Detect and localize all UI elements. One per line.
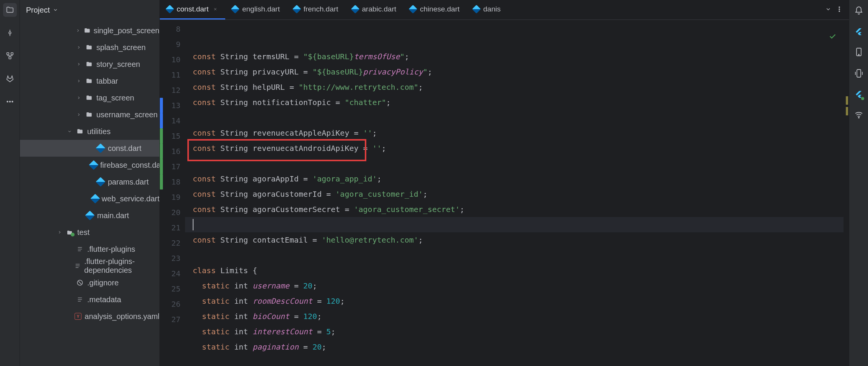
folder-icon xyxy=(76,127,84,136)
left-tool-rail xyxy=(0,0,20,366)
chevron-down-icon xyxy=(53,7,58,13)
yaml-file-icon: Y xyxy=(75,312,81,321)
close-icon[interactable] xyxy=(212,6,218,12)
editor-area: const.dartenglish.dartfrench.dartarabic.… xyxy=(160,0,849,366)
tree-item-label: analysis_options.yaml xyxy=(85,312,159,321)
project-tool-button[interactable] xyxy=(3,3,17,17)
svg-point-14 xyxy=(858,117,859,118)
tree-item--flutter-plugins[interactable]: .flutter-plugins xyxy=(20,241,159,257)
line-number: 23 xyxy=(163,251,180,266)
svg-point-5 xyxy=(9,101,10,102)
dart-file-icon xyxy=(409,5,418,14)
folder-icon xyxy=(84,26,91,35)
code-line-17: const String agoraCustomerId = 'agora_cu… xyxy=(185,186,844,202)
tree-item-analysis-options-yaml[interactable]: Yanalysis_options.yaml xyxy=(20,308,159,325)
dart-file-icon xyxy=(96,144,105,152)
tree-item-label: username_screen xyxy=(96,110,158,119)
chevron-icon xyxy=(67,280,73,286)
tree-item-firebase-const-dart[interactable]: firebase_const.dart xyxy=(20,157,159,173)
tree-item-tabbar[interactable]: tabbar xyxy=(20,73,159,89)
svg-point-9 xyxy=(839,8,840,9)
tab-label: danis xyxy=(483,5,501,13)
tree-item-label: story_screen xyxy=(96,60,140,69)
tabs-more-button[interactable] xyxy=(836,6,843,14)
chevron-icon xyxy=(57,229,63,235)
code-line-12 xyxy=(185,110,844,125)
tree-item-username-screen[interactable]: username_screen xyxy=(20,106,159,123)
gutter-change-strip xyxy=(160,20,163,366)
test-folder-icon xyxy=(66,228,74,236)
tree-item-label: utilities xyxy=(87,127,111,136)
gutter-change-marker xyxy=(160,174,163,189)
code-editor[interactable]: 89101112131415161718192021222324252627 c… xyxy=(160,20,849,366)
chevron-icon xyxy=(67,128,73,134)
tree-item-web-service-dart[interactable]: web_service.dart xyxy=(20,190,159,207)
line-number: 8 xyxy=(163,21,180,37)
gutter-change-marker xyxy=(160,128,163,144)
code-line-10: const String helpURL = "http://www.retry… xyxy=(185,79,844,95)
line-number: 10 xyxy=(163,52,180,67)
code-content[interactable]: const String termsURL = "${baseURL}terms… xyxy=(185,20,844,366)
editor-tab-const-dart[interactable]: const.dart xyxy=(160,0,225,19)
tree-item-single-post-screen[interactable]: single_post_screen xyxy=(20,22,159,39)
warning-marker[interactable] xyxy=(846,96,848,105)
project-header[interactable]: Project xyxy=(20,0,159,20)
code-line-23: static int username = 20; xyxy=(185,278,844,293)
code-line-21 xyxy=(185,248,844,263)
chevron-icon xyxy=(67,246,73,252)
flutter-inspector-button[interactable] xyxy=(854,90,863,99)
notifications-button[interactable] xyxy=(854,6,863,17)
line-number: 13 xyxy=(163,98,180,113)
gutter-change-marker xyxy=(160,159,163,174)
device-mirror-button[interactable] xyxy=(854,69,863,79)
dart-file-icon xyxy=(92,194,99,203)
editor-tab-arabic-dart[interactable]: arabic.dart xyxy=(345,0,403,19)
tree-item-utilities[interactable]: utilities xyxy=(20,123,159,140)
line-number: 19 xyxy=(163,189,180,205)
file-icon xyxy=(76,245,84,253)
device-manager-button[interactable] xyxy=(854,47,863,58)
tree-item--gitignore[interactable]: .gitignore xyxy=(20,274,159,291)
more-tool-button[interactable] xyxy=(3,95,17,109)
svg-point-4 xyxy=(7,101,8,102)
tree-item-main-dart[interactable]: main.dart xyxy=(20,207,159,224)
error-stripe[interactable] xyxy=(844,20,849,366)
tabs-dropdown-button[interactable] xyxy=(825,6,831,14)
tree-item-tag-screen[interactable]: tag_screen xyxy=(20,89,159,106)
svg-point-6 xyxy=(12,101,13,102)
tree-item-params-dart[interactable]: params.dart xyxy=(20,173,159,190)
gitlab-tool-button[interactable] xyxy=(3,72,17,86)
line-number: 11 xyxy=(163,67,180,83)
tree-item--metadata[interactable]: .metadata xyxy=(20,291,159,308)
code-line-9: const String privacyURL = "${baseURL}pri… xyxy=(185,64,844,79)
tree-item-label: single_post_screen xyxy=(94,26,159,35)
line-number: 9 xyxy=(163,37,180,52)
structure-tool-button[interactable] xyxy=(3,49,17,63)
code-line-19 xyxy=(185,217,844,232)
code-line-27: static int pagination = 20; xyxy=(185,339,844,355)
tab-label: french.dart xyxy=(304,5,338,13)
folder-icon xyxy=(85,60,93,68)
chevron-icon xyxy=(87,179,93,185)
editor-tab-danis[interactable]: danis xyxy=(467,0,507,19)
tree-item-label: main.dart xyxy=(97,211,129,220)
tree-item-const-dart[interactable]: const.dart xyxy=(20,140,159,157)
commit-tool-button[interactable] xyxy=(3,26,17,40)
line-number: 14 xyxy=(163,113,180,128)
tree-item-story-screen[interactable]: story_screen xyxy=(20,56,159,73)
flutter-tool-button[interactable] xyxy=(854,28,863,37)
inspection-indicator[interactable] xyxy=(792,23,837,52)
warning-marker[interactable] xyxy=(846,107,848,115)
tree-item-splash-screen[interactable]: splash_screen xyxy=(20,39,159,56)
chevron-icon xyxy=(67,313,72,319)
editor-tab-chinese-dart[interactable]: chinese.dart xyxy=(403,0,467,19)
chevron-icon xyxy=(76,112,82,118)
editor-tab-english-dart[interactable]: english.dart xyxy=(225,0,286,19)
project-tree[interactable]: single_post_screensplash_screenstory_scr… xyxy=(20,20,159,366)
editor-tab-french-dart[interactable]: french.dart xyxy=(287,0,345,19)
tree-item-label: .gitignore xyxy=(87,279,119,287)
tree-item-test[interactable]: test xyxy=(20,224,159,241)
svg-point-0 xyxy=(9,32,11,34)
tree-item--flutter-plugins-dependencies[interactable]: .flutter-plugins-dependencies xyxy=(20,257,159,274)
wifi-button[interactable] xyxy=(854,110,863,121)
